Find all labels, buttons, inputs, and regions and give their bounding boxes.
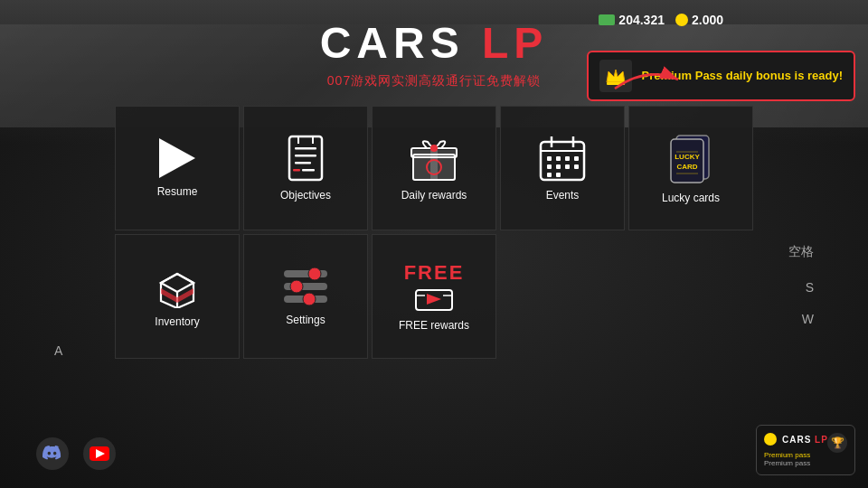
objectives-icon (286, 135, 326, 182)
gold-currency: 2.000 (675, 13, 723, 27)
app-logo: CARS LP (320, 18, 549, 68)
svg-rect-29 (574, 164, 579, 169)
key-a: A (54, 343, 62, 358)
svg-text:CARD: CARD (676, 163, 697, 171)
svg-rect-5 (295, 155, 316, 157)
currency-bar: 204.321 2.000 (599, 13, 723, 27)
menu-grid: Resume Objectives (115, 106, 753, 359)
svg-marker-39 (161, 274, 193, 292)
settings-label: Settings (286, 314, 325, 326)
svg-rect-7 (293, 169, 300, 172)
svg-rect-28 (565, 164, 570, 169)
svg-rect-23 (556, 156, 561, 161)
settings-icon (282, 267, 329, 306)
discord-icon (42, 446, 62, 462)
key-w: W (802, 312, 814, 326)
svg-rect-27 (556, 164, 561, 169)
bc-trophy-icon: 🏆 (827, 433, 847, 453)
inventory-button[interactable]: Inventory (115, 234, 240, 359)
objectives-label: Objectives (280, 189, 331, 202)
free-rewards-icon: FREE (404, 261, 465, 312)
lucky-cards-label: Lucky cards (662, 192, 720, 204)
objectives-button[interactable]: Objectives (243, 106, 368, 230)
daily-rewards-label: Daily rewards (401, 189, 467, 202)
free-rewards-button[interactable]: FREE FREE rewards (372, 234, 496, 359)
svg-rect-31 (556, 173, 561, 177)
inventory-label: Inventory (155, 315, 199, 328)
gold-currency-icon (675, 14, 688, 26)
svg-rect-6 (295, 162, 311, 164)
svg-rect-24 (565, 156, 570, 161)
daily-rewards-button[interactable]: Daily rewards (372, 106, 496, 230)
svg-rect-22 (547, 156, 552, 161)
svg-rect-4 (295, 147, 316, 150)
events-button[interactable]: Events (500, 106, 625, 230)
resume-icon (159, 138, 195, 178)
svg-rect-30 (547, 173, 552, 177)
svg-rect-3 (289, 136, 322, 180)
svg-rect-33 (671, 139, 703, 183)
svg-point-43 (308, 267, 321, 280)
svg-rect-8 (302, 169, 315, 172)
lucky-cards-button[interactable]: LUCKY CARD Lucky cards (628, 106, 753, 230)
events-icon (539, 135, 586, 182)
svg-rect-26 (547, 164, 552, 169)
inventory-icon (154, 265, 201, 308)
lucky-card-icon: LUCKY CARD (667, 132, 714, 184)
youtube-icon (90, 446, 109, 461)
svg-point-47 (303, 293, 316, 305)
svg-marker-49 (427, 294, 441, 305)
events-label: Events (546, 189, 580, 202)
main-grid: Resume Objectives (0, 106, 868, 359)
youtube-button[interactable] (83, 437, 116, 470)
bc-coin-icon (764, 433, 777, 446)
green-currency: 204.321 (599, 13, 665, 27)
bc-subtitle: Premium pass (764, 459, 847, 467)
svg-text:LUCKY: LUCKY (675, 153, 700, 161)
green-amount: 204.321 (618, 13, 665, 27)
bottom-card: CARS LP 🏆 Premium pass Premium pass (756, 425, 855, 475)
svg-point-16 (430, 145, 438, 152)
svg-rect-25 (574, 156, 579, 161)
gift-icon (410, 135, 458, 182)
green-currency-icon (599, 14, 615, 25)
resume-button[interactable]: Resume (115, 106, 240, 230)
social-bar (36, 437, 116, 470)
arrow-indicator (610, 61, 683, 98)
bc-logo: CARS LP (782, 435, 828, 445)
gold-amount: 2.000 (692, 13, 723, 27)
settings-button[interactable]: Settings (243, 234, 368, 359)
discord-button[interactable] (36, 437, 69, 470)
free-rewards-label: FREE rewards (399, 319, 469, 332)
subtitle: 007游戏网实测高级通行证免费解锁 (327, 73, 541, 89)
key-s: S (806, 280, 814, 295)
logo-lp: LP (482, 19, 548, 67)
svg-point-45 (290, 280, 303, 293)
key-space: 空格 (788, 244, 814, 260)
resume-label: Resume (157, 185, 198, 198)
